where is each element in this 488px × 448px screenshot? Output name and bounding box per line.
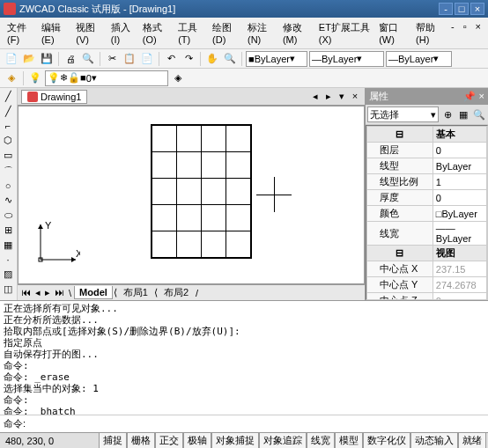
- print-icon[interactable]: 🖨: [63, 51, 78, 67]
- ms-first-icon[interactable]: ⏮: [19, 287, 33, 298]
- status-bar: 480, 230, 0 捕捉栅格正交极轴对象捕捉对象追踪线宽模型数字化仪动态输入…: [0, 432, 488, 448]
- command-log[interactable]: 正在选择所有可见对象... 正在分析所选数据... 拾取内部点或[选择对象(S)…: [0, 301, 488, 415]
- layer-combo[interactable]: 💡❄🔓■ 0 ▾: [45, 70, 168, 86]
- polyline-icon[interactable]: ⌐: [1, 120, 15, 132]
- command-prompt: 命令:: [4, 417, 26, 430]
- command-window: 正在选择所有可见对象... 正在分析所选数据... 拾取内部点或[选择对象(S)…: [0, 300, 488, 432]
- paste-icon[interactable]: 📄: [139, 51, 155, 67]
- properties-panel: 属性 📌× 无选择▾ ⊕ ▦ 🔍 ⊟基本图层0线型ByLayer线型比例1厚度0…: [365, 88, 488, 300]
- spline-icon[interactable]: ∿: [1, 194, 15, 207]
- block-icon[interactable]: ▦: [1, 239, 15, 252]
- tab-prev-icon[interactable]: ◂: [309, 91, 322, 102]
- copy-icon[interactable]: 📋: [122, 51, 137, 67]
- rectangle-icon[interactable]: ▭: [1, 149, 15, 162]
- new-icon[interactable]: 📄: [4, 51, 19, 67]
- layer-toolbar: ◈ 💡 💡❄🔓■ 0 ▾ ◈: [0, 69, 488, 88]
- mode-栅格[interactable]: 栅格: [127, 432, 155, 448]
- open-icon[interactable]: 📂: [21, 51, 37, 67]
- ms-last-icon[interactable]: ⏭: [53, 287, 66, 298]
- undo-icon[interactable]: ↶: [163, 51, 179, 67]
- pickadd-icon[interactable]: ⊕: [440, 106, 455, 122]
- draw-toolbar: ╱ ╱ ⌐ ⬡ ▭ ⌒ ○ ∿ ⬭ ⊞ ▦ · ▨ ◫ A: [0, 88, 18, 300]
- menu-dim[interactable]: 标注(N): [244, 19, 277, 47]
- circle-icon[interactable]: ○: [1, 180, 15, 192]
- menu-insert[interactable]: 插入(I): [107, 19, 137, 47]
- app-logo: [4, 3, 16, 15]
- close-button[interactable]: ×: [470, 3, 484, 15]
- pin-icon[interactable]: 📌: [463, 91, 476, 102]
- mode-捕捉[interactable]: 捕捉: [99, 432, 127, 448]
- maximize-button[interactable]: □: [455, 3, 469, 15]
- mdi-restore[interactable]: ▫: [460, 19, 470, 47]
- mode-正交[interactable]: 正交: [155, 432, 183, 448]
- coordinates: 480, 230, 0: [2, 436, 57, 446]
- xline-icon[interactable]: ╱: [1, 105, 15, 118]
- mode-对象追踪[interactable]: 对象追踪: [259, 432, 307, 448]
- drawn-grid: [151, 124, 252, 259]
- color-combo[interactable]: ■ ByLayer ▾: [246, 51, 307, 67]
- mdi-close[interactable]: ×: [472, 19, 484, 47]
- pan-icon[interactable]: ✋: [204, 51, 220, 67]
- panel-close-icon[interactable]: ×: [479, 91, 484, 102]
- mode-就绪[interactable]: 就绪: [458, 432, 486, 448]
- menu-et[interactable]: ET扩展工具(X): [315, 19, 373, 47]
- save-icon[interactable]: 💾: [39, 51, 55, 67]
- quickselect-icon[interactable]: 🔍: [472, 106, 486, 122]
- tab-dropdown-icon[interactable]: ▾: [336, 91, 348, 102]
- linetype-combo[interactable]: — ByLayer ▾: [309, 51, 384, 67]
- tab-layout2[interactable]: 布局2: [159, 284, 194, 301]
- tab-model[interactable]: Model: [74, 286, 113, 299]
- polygon-icon[interactable]: ⬡: [1, 134, 15, 147]
- layer-tool-icon[interactable]: ◈: [170, 70, 186, 86]
- document-tabs: Drawing1 ◂ ▸ ▾ ×: [18, 88, 365, 106]
- tab-next-icon[interactable]: ▸: [322, 91, 335, 102]
- point-icon[interactable]: ·: [1, 253, 15, 266]
- menu-format[interactable]: 格式(O): [139, 19, 173, 47]
- region-icon[interactable]: ◫: [1, 283, 15, 296]
- menu-file[interactable]: 文件(F): [4, 19, 36, 47]
- tab-close-icon[interactable]: ×: [349, 91, 361, 102]
- cut-icon[interactable]: ✂: [104, 51, 120, 67]
- ucs-icon: YX: [36, 220, 80, 266]
- menu-edit[interactable]: 编辑(E): [38, 19, 70, 47]
- ms-next-icon[interactable]: ▸: [43, 287, 52, 298]
- insert-icon[interactable]: ⊞: [1, 224, 15, 237]
- hatch-icon[interactable]: ▨: [1, 268, 15, 281]
- doc-tab-drawing1[interactable]: Drawing1: [21, 90, 87, 104]
- lineweight-combo[interactable]: — ByLayer ▾: [386, 51, 452, 67]
- preview-icon[interactable]: 🔍: [80, 51, 96, 67]
- svg-text:X: X: [76, 248, 80, 259]
- line-icon[interactable]: ╱: [1, 90, 15, 103]
- menu-modify[interactable]: 修改(M): [279, 19, 314, 47]
- mode-对象捕捉[interactable]: 对象捕捉: [211, 432, 259, 448]
- mode-动态输入[interactable]: 动态输入: [410, 432, 458, 448]
- layer-manager-icon[interactable]: ◈: [4, 70, 19, 86]
- drawing-area[interactable]: YX: [18, 106, 365, 284]
- selection-combo[interactable]: 无选择▾: [367, 106, 439, 122]
- menu-tools[interactable]: 工具(T): [174, 19, 207, 47]
- bulb-icon[interactable]: 💡: [27, 70, 43, 86]
- menu-draw[interactable]: 绘图(D): [209, 19, 242, 47]
- menu-view[interactable]: 视图(V): [72, 19, 105, 47]
- model-space-tabs: ⏮ ◂ ▸ ⏭ \ Model ⟨ 布局1 ⟨ 布局2 /: [18, 284, 365, 300]
- redo-icon[interactable]: ↷: [181, 51, 196, 67]
- arc-icon[interactable]: ⌒: [1, 164, 15, 178]
- menu-help[interactable]: 帮助(H): [412, 19, 446, 47]
- command-input[interactable]: [26, 418, 484, 430]
- ellipse-icon[interactable]: ⬭: [1, 209, 15, 222]
- standard-toolbar: 📄 📂 💾 🖨 🔍 ✂ 📋 📄 ↶ ↷ ✋ 🔍 ■ ByLayer ▾ — By…: [0, 49, 488, 69]
- mode-极轴[interactable]: 极轴: [183, 432, 211, 448]
- mode-数字化仪[interactable]: 数字化仪: [363, 432, 410, 448]
- ms-prev-icon[interactable]: ◂: [33, 287, 42, 298]
- minimize-button[interactable]: -: [439, 3, 453, 15]
- mdi-minimize[interactable]: -: [447, 19, 458, 47]
- zoom-icon[interactable]: 🔍: [222, 51, 238, 67]
- svg-marker-1: [38, 224, 43, 229]
- select-icon[interactable]: ▦: [456, 106, 470, 122]
- menu-window[interactable]: 窗口(W): [375, 19, 410, 47]
- mode-模型[interactable]: 模型: [335, 432, 363, 448]
- tab-layout1[interactable]: 布局1: [118, 284, 153, 301]
- properties-grid[interactable]: ⊟基本图层0线型ByLayer线型比例1厚度0颜色□ByLayer线宽——ByL…: [366, 125, 488, 300]
- svg-text:Y: Y: [45, 220, 52, 231]
- mode-线宽[interactable]: 线宽: [307, 432, 335, 448]
